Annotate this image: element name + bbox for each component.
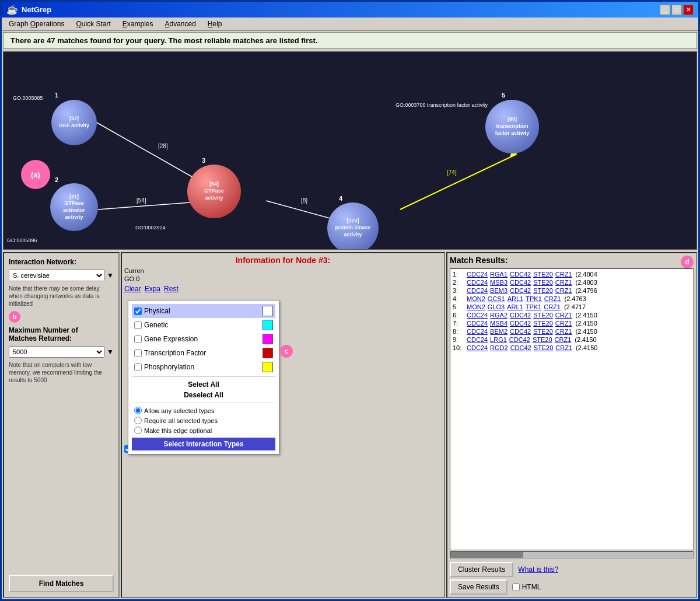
match-link-cdc24-8[interactable]: CDC24: [467, 328, 488, 335]
match-link-mon2-5[interactable]: MON2: [467, 303, 485, 310]
match-link-crz1-2[interactable]: CRZ1: [555, 279, 572, 286]
find-matches-button[interactable]: Find Matches: [9, 575, 114, 592]
match-link-crz1-4[interactable]: CRZ1: [544, 295, 561, 302]
match-link-ste20-8[interactable]: STE20: [533, 328, 553, 335]
match-link-crz1-10[interactable]: CRZ1: [555, 344, 572, 351]
node-2[interactable]: [31]GTPaseactivatoractivity: [50, 183, 98, 231]
match-link-mon2-4[interactable]: MON2: [467, 295, 485, 302]
match-link-glo3[interactable]: GLO3: [488, 303, 505, 310]
match-link-cdc42-10[interactable]: CDC42: [510, 344, 531, 351]
physical-checkbox-label[interactable]: Physical: [134, 307, 170, 315]
match-link-cdc24-3[interactable]: CDC24: [467, 287, 488, 294]
select-interaction-types-button[interactable]: Select Interaction Types: [132, 438, 275, 450]
match-link-cdc24-7[interactable]: CDC24: [467, 320, 488, 327]
menu-examples[interactable]: Examples: [118, 19, 158, 29]
match-link-msb3[interactable]: MSB3: [490, 279, 508, 286]
match-link-tpk1-5[interactable]: TPK1: [526, 303, 542, 310]
match-link-bem3[interactable]: BEM3: [490, 287, 508, 294]
match-link-ste20-10[interactable]: STE20: [534, 344, 554, 351]
expand-link[interactable]: Expa: [145, 285, 160, 293]
match-link-cdc24-9[interactable]: CDC24: [467, 336, 488, 343]
radio-allow-any-input[interactable]: [134, 407, 142, 414]
match-link-cdc42-7[interactable]: CDC42: [510, 320, 531, 327]
match-link-ste20-7[interactable]: STE20: [533, 320, 553, 327]
radio-require-all[interactable]: Require all selected types: [132, 415, 275, 425]
match-link-cdc24-1[interactable]: CDC24: [467, 271, 488, 278]
match-link-tpk1-4[interactable]: TPK1: [526, 295, 542, 302]
match-link-gcs1[interactable]: GCS1: [488, 295, 505, 302]
popup-row-phosphorylation[interactable]: Phosphorylation: [132, 360, 275, 374]
menu-quick-start[interactable]: Quick Start: [71, 19, 115, 29]
gene-expression-checkbox[interactable]: [134, 336, 142, 343]
radio-allow-any[interactable]: Allow any selected types: [132, 406, 275, 415]
node-1[interactable]: [37]GEF activity: [51, 100, 97, 145]
popup-row-transcription-factor[interactable]: Transcription Factor: [132, 346, 275, 360]
deselect-all-button[interactable]: Deselect All: [132, 390, 275, 400]
match-link-cdc42-3[interactable]: CDC42: [510, 287, 531, 294]
match-link-crz1-7[interactable]: CRZ1: [555, 320, 572, 327]
menu-graph-operations[interactable]: Graph Operations: [4, 19, 69, 29]
match-link-rga2[interactable]: RGA2: [490, 312, 508, 319]
match-link-ste20-1[interactable]: STE20: [533, 271, 553, 278]
match-link-cdc42-1[interactable]: CDC42: [510, 271, 531, 278]
match-link-cdc42-8[interactable]: CDC42: [510, 328, 531, 335]
match-link-rga1[interactable]: RGA1: [490, 271, 508, 278]
match-link-ste20-9[interactable]: STE20: [533, 336, 552, 343]
match-link-crz1-3[interactable]: CRZ1: [555, 287, 572, 294]
match-link-cdc24-2[interactable]: CDC24: [467, 279, 488, 286]
match-link-crz1-5[interactable]: CRZ1: [544, 303, 561, 310]
radio-require-all-input[interactable]: [134, 417, 142, 424]
html-checkbox[interactable]: [512, 583, 520, 591]
radio-make-optional[interactable]: Make this edge optional: [132, 425, 275, 435]
popup-row-physical[interactable]: Physical: [132, 304, 275, 318]
node-5[interactable]: [60]transcriptionfactor activity: [485, 100, 539, 153]
match-link-crz1-9[interactable]: CRZ1: [555, 336, 572, 343]
phosphorylation-checkbox[interactable]: [134, 364, 142, 371]
network-select[interactable]: S. cerevisiae: [9, 270, 104, 281]
match-scrollbar-h[interactable]: [450, 551, 694, 558]
match-link-cdc24-6[interactable]: CDC24: [467, 312, 488, 319]
node-3[interactable]: [54]GTPaseactivity: [187, 165, 241, 218]
what-is-this-link[interactable]: What is this?: [518, 565, 558, 574]
popup-row-genetic[interactable]: Genetic: [132, 318, 275, 332]
maximize-button[interactable]: □: [671, 5, 682, 15]
node-a[interactable]: (a): [21, 160, 50, 189]
transcription-factor-checkbox-label[interactable]: Transcription Factor: [134, 349, 206, 357]
phosphorylation-checkbox-label[interactable]: Phosphorylation: [134, 363, 194, 371]
match-link-bem2[interactable]: BEM2: [490, 328, 508, 335]
match-link-cdc24-10[interactable]: CDC24: [467, 344, 488, 351]
radio-make-optional-input[interactable]: [134, 427, 142, 434]
match-link-crz1-8[interactable]: CRZ1: [555, 328, 572, 335]
match-link-ste20-6[interactable]: STE20: [533, 312, 553, 319]
gene-expression-checkbox-label[interactable]: Gene Expression: [134, 335, 198, 343]
menu-help[interactable]: Help: [203, 19, 227, 29]
max-matches-select[interactable]: 5000 1000 500 100: [9, 346, 104, 358]
minimize-button[interactable]: _: [660, 5, 670, 15]
genetic-checkbox[interactable]: [134, 322, 142, 329]
save-results-button[interactable]: Save Results: [450, 579, 508, 595]
match-link-arl1-5[interactable]: ARL1: [507, 303, 523, 310]
genetic-checkbox-label[interactable]: Genetic: [134, 321, 168, 329]
match-link-msb4[interactable]: MSB4: [490, 320, 508, 327]
match-link-lrg1[interactable]: LRG1: [490, 336, 507, 343]
match-link-cdc42-6[interactable]: CDC42: [510, 312, 531, 319]
max-matches-select-row: 5000 1000 500 100 ▼: [9, 346, 114, 358]
match-link-ste20-2[interactable]: STE20: [533, 279, 553, 286]
physical-checkbox[interactable]: [134, 308, 142, 315]
menu-advanced[interactable]: Advanced: [160, 19, 200, 29]
cluster-results-button[interactable]: Cluster Results: [450, 562, 513, 577]
match-link-rgd2[interactable]: RGD2: [490, 344, 508, 351]
node-4[interactable]: [123]protein kinaseactivity: [327, 202, 379, 250]
close-button[interactable]: ✕: [683, 5, 694, 15]
transcription-factor-checkbox[interactable]: [134, 350, 142, 357]
select-all-button[interactable]: Select All: [132, 379, 275, 390]
match-link-ste20-3[interactable]: STE20: [533, 287, 553, 294]
match-link-cdc42-9[interactable]: CDC42: [509, 336, 530, 343]
popup-row-gene-expression[interactable]: Gene Expression: [132, 332, 275, 346]
match-link-crz1-6[interactable]: CRZ1: [555, 312, 572, 319]
clear-link[interactable]: Clear: [124, 285, 141, 293]
match-link-cdc42-2[interactable]: CDC42: [510, 279, 531, 286]
match-link-arl1-4[interactable]: ARL1: [508, 295, 524, 302]
restrict-link[interactable]: Rest: [164, 285, 178, 293]
match-link-crz1-1[interactable]: CRZ1: [555, 271, 572, 278]
